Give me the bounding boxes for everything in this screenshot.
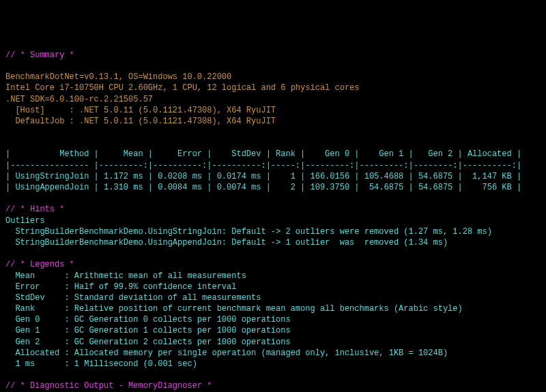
legend-gen2: Gen 2 : GC Generation 2 collects per 100… — [5, 337, 291, 347]
hints-outliers: Outliers — [5, 216, 45, 226]
hints-line-1: StringBuilderBenchmarkDemo.UsingStringJo… — [5, 227, 492, 237]
legend-1ms: 1 ms : 1 Millisecond (0.001 sec) — [5, 359, 197, 369]
legend-gen1: Gen 1 : GC Generation 1 collects per 100… — [5, 326, 291, 335]
legend-mean: Mean : Arithmetic mean of all measuremen… — [5, 271, 246, 281]
legend-gen0: Gen 0 : GC Generation 0 collects per 100… — [5, 315, 291, 325]
legends-header: // * Legends * — [5, 260, 74, 269]
hints-header: // * Hints * — [5, 205, 64, 214]
env-line-1: BenchmarkDotNet=v0.13.1, OS=Windows 10.0… — [5, 72, 231, 82]
table-header: | Method | Mean | Error | StdDev | Rank … — [5, 149, 521, 159]
summary-header: // * Summary * — [5, 50, 74, 60]
table-separator: |---------------- |---------:|----------… — [5, 161, 521, 170]
env-line-5: DefaultJob : .NET 5.0.11 (5.0.1121.47308… — [5, 117, 276, 126]
legend-stddev: StdDev : Standard deviation of all measu… — [5, 293, 261, 303]
legend-rank: Rank : Relative position of current benc… — [5, 304, 463, 314]
diagnostic-header: // * Diagnostic Output - MemoryDiagnoser… — [5, 381, 212, 391]
table-row-1: | UsingStringJoin | 1.172 ms | 0.0208 ms… — [5, 172, 521, 181]
env-line-4: [Host] : .NET 5.0.11 (5.0.1121.47308), X… — [5, 106, 276, 115]
legend-error: Error : Half of 99.9% confidence interva… — [5, 282, 236, 292]
hints-line-2: StringBuilderBenchmarkDemo.UsingAppendJo… — [5, 238, 448, 247]
env-line-3: .NET SDK=6.0.100-rc.2.21505.57 — [5, 95, 153, 104]
table-row-2: | UsingAppendJoin | 1.310 ms | 0.0084 ms… — [5, 183, 521, 192]
env-line-2: Intel Core i7-10750H CPU 2.60GHz, 1 CPU,… — [5, 83, 359, 93]
legend-allocated: Allocated : Allocated memory per single … — [5, 348, 448, 358]
